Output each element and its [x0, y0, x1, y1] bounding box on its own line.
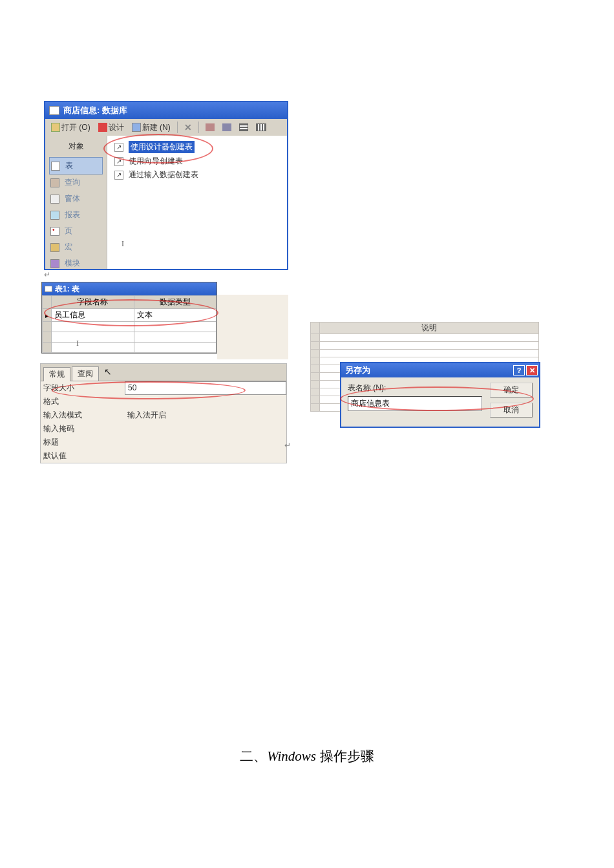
grid-row-header[interactable]	[311, 404, 320, 412]
footer-italic: Windows	[267, 748, 316, 764]
toolbar-view-list-button[interactable]	[236, 122, 251, 133]
grid-row-header[interactable]	[311, 388, 320, 396]
sidebar-item-tables[interactable]: 表	[49, 157, 103, 175]
sidebar-item-label: 查询	[65, 177, 80, 188]
db-titlebar[interactable]: 商店信息: 数据库	[45, 102, 287, 119]
grid-cell-datatype[interactable]	[134, 322, 217, 332]
grid-col-datatype[interactable]: 数据类型	[134, 296, 217, 309]
sidebar-item-reports[interactable]: 报表	[49, 207, 103, 223]
grid-row-header[interactable]	[43, 343, 52, 353]
grid-row-header[interactable]	[311, 365, 320, 373]
grid-cell[interactable]	[320, 334, 539, 342]
prop-default[interactable]: 默认值	[41, 449, 286, 463]
prop-value[interactable]	[125, 436, 286, 449]
form-icon	[50, 195, 59, 204]
field-properties-panel: 常规 查阅 ↖ 字段大小 50 格式 输入法模式 输入法开启 输入掩码 标题 默…	[40, 363, 287, 463]
toolbar-open-button[interactable]: 打开 (O)	[48, 120, 94, 135]
grid-row-header[interactable]	[43, 322, 52, 332]
ok-button[interactable]: 确定	[490, 383, 533, 397]
toolbar-delete-button[interactable]: ✕	[181, 120, 195, 134]
toolbar-new-button[interactable]: 新建 (N)	[129, 120, 174, 135]
grid-col-fieldname[interactable]: 字段名称	[52, 296, 134, 309]
prop-label: 字段大小	[41, 381, 125, 395]
grid-row-header[interactable]	[311, 334, 320, 342]
cancel-button[interactable]: 取消	[490, 403, 533, 418]
create-item-label: 通过输入数据创建表	[129, 169, 198, 180]
db-content: ↗ 使用设计器创建表 ↗ 使用向导创建表 ↗ 通过输入数据创建表 I	[107, 136, 287, 269]
grid-row-header[interactable]	[311, 373, 320, 381]
grid-col-description[interactable]: 说明	[320, 323, 539, 334]
grid-row[interactable]	[43, 322, 217, 332]
report-icon	[50, 211, 59, 220]
toolbar-separator	[198, 122, 199, 133]
tab-general[interactable]: 常规	[43, 367, 70, 381]
grid-cell-fieldname[interactable]	[52, 343, 134, 353]
close-button[interactable]: ✕	[526, 365, 538, 376]
sidebar-item-queries[interactable]: 查询	[49, 175, 103, 191]
grid-row[interactable]	[43, 332, 217, 343]
toolbar-view-small-button[interactable]	[219, 122, 235, 133]
table-design-grid[interactable]: 字段名称 数据类型 员工信息 文本	[42, 295, 217, 353]
grid-cell-fieldname[interactable]: 员工信息	[52, 309, 134, 322]
grid-row-header[interactable]	[311, 357, 320, 365]
grid-cell-fieldname[interactable]	[52, 322, 134, 332]
grid-cell-datatype[interactable]	[134, 332, 217, 343]
grid-cell-datatype[interactable]	[134, 343, 217, 353]
sidebar-item-pages[interactable]: 页	[49, 223, 103, 239]
table-design-titlebar[interactable]: 表1: 表	[42, 282, 217, 295]
grid-row[interactable]	[43, 343, 217, 353]
prop-value[interactable]	[125, 449, 286, 463]
prop-field-size[interactable]: 字段大小 50	[41, 381, 286, 395]
paragraph-mark: ↵	[284, 441, 291, 450]
grid-cell[interactable]	[320, 342, 539, 350]
grid-row-header[interactable]	[311, 342, 320, 350]
save-as-titlebar[interactable]: 另存为 ? ✕	[341, 363, 539, 377]
macro-icon	[50, 243, 59, 252]
module-icon	[50, 259, 59, 268]
prop-value[interactable]	[125, 422, 286, 436]
grid-row-header[interactable]	[43, 332, 52, 343]
save-as-label: 表名称 (N):	[348, 383, 483, 394]
prop-ime-mode[interactable]: 输入法模式 输入法开启	[41, 408, 286, 422]
grid-cell[interactable]	[320, 350, 539, 357]
db-body: 对象 表 查询 窗体 报表 页 宏	[45, 136, 287, 269]
grid-row-header[interactable]	[311, 350, 320, 357]
toolbar-view-details-button[interactable]	[253, 122, 270, 133]
grid-row-header[interactable]	[311, 381, 320, 388]
grid-row[interactable]: 员工信息 文本	[43, 309, 217, 322]
text-cursor-icon: I	[76, 339, 79, 348]
toolbar-design-button[interactable]: 设计	[95, 120, 127, 135]
prop-format[interactable]: 格式	[41, 395, 286, 408]
prop-value[interactable]: 50	[125, 381, 286, 395]
prop-label: 标题	[41, 436, 125, 449]
grid-row-header[interactable]	[311, 396, 320, 404]
prop-label: 输入法模式	[41, 408, 125, 422]
tab-lookup[interactable]: 查阅	[72, 366, 99, 381]
toolbar-design-label: 设计	[109, 122, 124, 133]
prop-value[interactable]: 输入法开启	[125, 408, 286, 422]
toolbar-view-large-button[interactable]	[202, 122, 218, 133]
sidebar-item-label: 表	[65, 160, 73, 171]
sidebar-item-label: 宏	[65, 242, 72, 253]
grid-row-header[interactable]	[311, 323, 320, 334]
create-table-input[interactable]: ↗ 通过输入数据创建表	[112, 168, 282, 182]
sidebar-item-forms[interactable]: 窗体	[49, 191, 103, 207]
sidebar-item-label: 报表	[65, 209, 80, 220]
create-table-designer[interactable]: ↗ 使用设计器创建表	[112, 140, 282, 154]
sidebar-item-modules[interactable]: 模块	[49, 255, 103, 271]
help-button[interactable]: ?	[513, 365, 525, 376]
sidebar-item-label: 窗体	[65, 193, 80, 204]
wizard-icon: ↗	[114, 143, 123, 152]
prop-value[interactable]	[125, 395, 286, 408]
save-as-input[interactable]: 商店信息表	[348, 396, 482, 411]
create-table-wizard[interactable]: ↗ 使用向导创建表	[112, 154, 282, 168]
prop-caption[interactable]: 标题	[41, 436, 286, 449]
text-cursor-icon: I	[122, 239, 124, 249]
table-icon	[51, 162, 60, 171]
sidebar-item-macros[interactable]: 宏	[49, 239, 103, 255]
wizard-icon: ↗	[114, 157, 123, 166]
grid-row-header[interactable]	[43, 309, 52, 322]
grid-cell-datatype[interactable]: 文本	[134, 309, 217, 322]
grid-cell-fieldname[interactable]	[52, 332, 134, 343]
prop-input-mask[interactable]: 输入掩码	[41, 422, 286, 436]
